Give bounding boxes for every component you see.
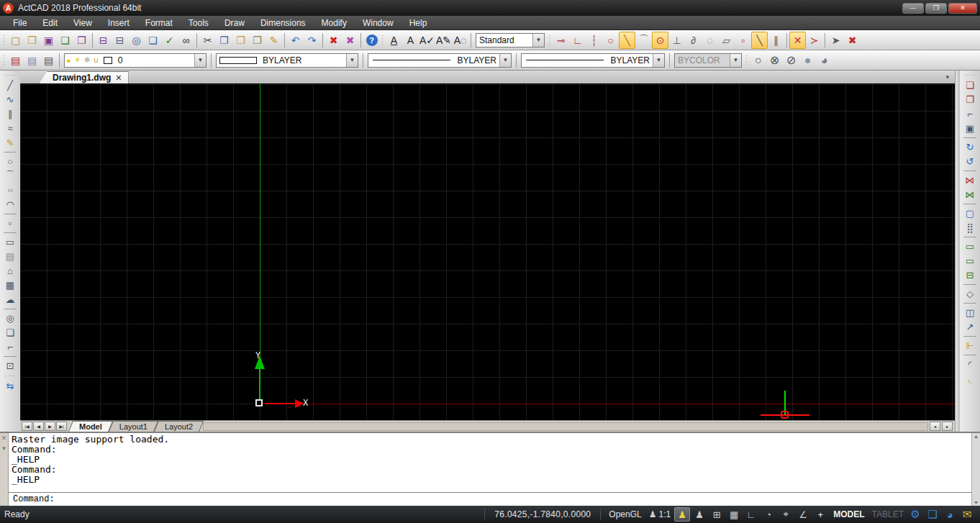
model-space-button[interactable]: MODEL bbox=[829, 509, 868, 519]
export-acis-icon[interactable]: ❐ bbox=[73, 32, 90, 49]
text-icon[interactable]: A bbox=[386, 32, 402, 49]
annotation-sphere-icon[interactable]: ◕ bbox=[942, 507, 958, 522]
paste-special-icon[interactable]: ❒ bbox=[249, 32, 266, 49]
snap-extension-icon[interactable]: ≻ bbox=[806, 32, 822, 49]
layer-freeze-icon[interactable]: ▤ bbox=[24, 52, 40, 69]
shade-3d-wireframe-icon[interactable]: ⊗ bbox=[766, 52, 783, 69]
lineweight-dropdown[interactable]: BYLAYER ▼ bbox=[521, 53, 665, 68]
snap-point-icon[interactable]: ▫ bbox=[735, 32, 751, 49]
chevron-down-icon[interactable]: ▼ bbox=[346, 54, 358, 67]
polar-toggle[interactable]: ◔ bbox=[761, 507, 776, 522]
sketch-icon[interactable]: ✎ bbox=[1, 135, 19, 150]
command-scrollbar[interactable]: ▲ ▼ bbox=[971, 433, 980, 506]
drawing-canvas[interactable]: X Y bbox=[20, 83, 955, 420]
snap-parallel-icon[interactable]: ∥ bbox=[768, 32, 784, 49]
mail-icon[interactable]: ✉ bbox=[959, 507, 975, 522]
copy-entity-icon[interactable]: ❏ bbox=[961, 78, 979, 92]
layout-last-button[interactable]: ▶| bbox=[56, 422, 67, 431]
scale-icon[interactable]: ▢ bbox=[961, 206, 979, 220]
run-snap-icon[interactable]: ➤ bbox=[827, 32, 844, 49]
fillet-icon[interactable]: ◜ bbox=[961, 357, 979, 371]
snap-vertical-icon[interactable]: ┆ bbox=[586, 32, 602, 49]
circle-icon[interactable]: ○ bbox=[1, 154, 19, 168]
toolbar-grip[interactable] bbox=[1, 32, 7, 49]
layer-dropdown[interactable]: ● ☀ ❄ ∪ 0 ▼ bbox=[64, 53, 207, 68]
layout-prev-button[interactable]: ◀ bbox=[33, 422, 44, 431]
snap-endpoint-icon[interactable]: ⊸ bbox=[553, 32, 569, 49]
spell-check-icon[interactable]: ✓ bbox=[161, 32, 178, 49]
command-input[interactable]: Command: bbox=[9, 492, 971, 506]
pipe-icon[interactable]: ⌐ bbox=[1, 340, 19, 354]
sweep-icon[interactable]: ⌐ bbox=[961, 106, 979, 121]
print-icon[interactable]: ⊟ bbox=[95, 32, 112, 49]
snap-center-icon[interactable]: ⊙ bbox=[652, 32, 668, 49]
chevron-down-icon[interactable]: ▼ bbox=[194, 54, 206, 67]
insert-block-icon[interactable]: ⊡ bbox=[1, 358, 19, 373]
snap-midpoint-icon[interactable]: ∟ bbox=[569, 32, 586, 49]
tab-layout1[interactable]: Layout1 bbox=[111, 421, 156, 432]
paste-icon[interactable]: ❒ bbox=[232, 32, 249, 49]
shade-flat-icon[interactable]: ● bbox=[799, 52, 816, 69]
scroll-up-icon[interactable]: ▲ bbox=[974, 434, 979, 439]
snap-nearest-icon[interactable]: ╲ bbox=[751, 32, 768, 49]
shade-gouraud-icon[interactable]: ◕ bbox=[816, 52, 832, 69]
rectangle-icon[interactable]: ▭ bbox=[1, 235, 19, 249]
ortho-toggle[interactable]: ∟ bbox=[743, 507, 759, 522]
hscroll-right-icon[interactable]: ▸ bbox=[942, 422, 953, 431]
toolbar-grip[interactable] bbox=[961, 72, 979, 78]
swap-arrows-icon[interactable]: ⇆ bbox=[1, 378, 19, 393]
linetype-dropdown[interactable]: BYLAYER ▼ bbox=[368, 53, 512, 68]
extend-icon[interactable]: ↗ bbox=[961, 319, 979, 334]
clear-snaps-icon[interactable]: ✖ bbox=[844, 32, 861, 49]
line-icon[interactable]: ╱ bbox=[1, 78, 19, 92]
menu-tools[interactable]: Tools bbox=[181, 17, 216, 29]
snap-intersection-icon[interactable]: ✕ bbox=[789, 32, 806, 49]
trim-icon[interactable]: ⊟ bbox=[961, 268, 979, 282]
tab-layout2[interactable]: Layout2 bbox=[156, 421, 201, 432]
text-edit-icon[interactable]: A✎ bbox=[435, 32, 452, 49]
purge-icon[interactable]: ✖ bbox=[342, 32, 358, 49]
tab-scroll-arrow-icon[interactable]: ▾ bbox=[945, 73, 949, 81]
new-icon[interactable]: ▢ bbox=[7, 32, 24, 49]
snap-quadrant-icon[interactable]: ◌ bbox=[702, 32, 718, 49]
menu-dimensions[interactable]: Dimensions bbox=[253, 17, 313, 29]
scroll-down-icon[interactable]: ▼ bbox=[974, 500, 979, 505]
cut-icon[interactable]: ✂ bbox=[199, 32, 216, 49]
layer-manager-icon[interactable]: ▤ bbox=[7, 52, 24, 69]
rotate-icon[interactable]: ↻ bbox=[961, 140, 979, 154]
donut-icon[interactable]: ◎ bbox=[1, 311, 19, 325]
menu-edit[interactable]: Edit bbox=[35, 17, 65, 29]
erase-icon[interactable]: ✖ bbox=[325, 32, 342, 49]
restore-button[interactable]: ❐ bbox=[925, 3, 947, 14]
measure-icon[interactable]: ⊩ bbox=[961, 338, 979, 353]
wipeout-icon[interactable]: ❏ bbox=[1, 325, 19, 340]
polyline-icon[interactable]: ∿ bbox=[1, 92, 19, 106]
print-2-icon[interactable]: ⊟ bbox=[112, 32, 128, 49]
layout-next-button[interactable]: ▶ bbox=[45, 422, 55, 431]
arc-icon[interactable]: ⌒ bbox=[1, 168, 19, 183]
toolbar-grip[interactable] bbox=[380, 32, 386, 49]
snap-insertion-icon[interactable]: ▱ bbox=[718, 32, 735, 49]
copy-icon[interactable]: ❐ bbox=[216, 32, 232, 49]
toolbar-grip[interactable] bbox=[1, 373, 19, 378]
offset-icon[interactable]: ▣ bbox=[961, 121, 979, 135]
ellipse-icon[interactable]: ○ bbox=[1, 183, 19, 197]
array-icon[interactable]: ⣿ bbox=[961, 220, 979, 235]
snap-circle-icon[interactable]: ○ bbox=[602, 32, 619, 49]
find-icon[interactable]: ∞ bbox=[178, 32, 194, 49]
layout-first-button[interactable]: |◀ bbox=[22, 422, 32, 431]
snap-nearest-entity-icon[interactable]: ╲ bbox=[619, 32, 635, 49]
windows-cascade-icon[interactable]: ❏ bbox=[925, 507, 940, 522]
chamfer-icon[interactable]: ◟ bbox=[961, 371, 979, 386]
text-find-icon[interactable]: A◌ bbox=[452, 32, 468, 49]
ellipse-arc-icon[interactable]: ◠ bbox=[1, 197, 19, 212]
print-preview-icon[interactable]: ◎ bbox=[128, 32, 145, 49]
tab-drawing1[interactable]: Drawing1.dwg ✕ bbox=[39, 71, 129, 83]
snap-perpendicular-icon[interactable]: ⊥ bbox=[668, 32, 685, 49]
shade-2d-wireframe-icon[interactable]: ○ bbox=[750, 52, 766, 69]
break-icon[interactable]: ◫ bbox=[961, 305, 979, 319]
mtext-icon[interactable]: A bbox=[402, 32, 419, 49]
toolbar-grip[interactable] bbox=[1, 72, 19, 78]
double-line-icon[interactable]: ∥ bbox=[1, 106, 19, 121]
snap-tangent-icon[interactable]: ∂ bbox=[685, 32, 702, 49]
